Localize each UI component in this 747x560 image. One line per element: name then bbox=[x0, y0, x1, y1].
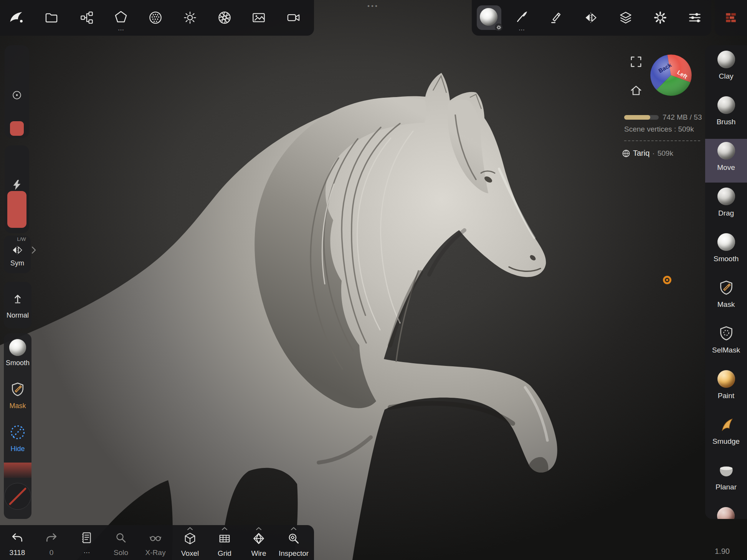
home-view-icon[interactable] bbox=[630, 84, 643, 97]
scene-vertices-value: 509k bbox=[678, 125, 694, 133]
chevron-right-icon[interactable] bbox=[31, 246, 36, 254]
top-menu-dots[interactable]: ••• bbox=[367, 2, 379, 10]
inspector-label: Inspector bbox=[279, 549, 309, 558]
solo-button[interactable]: Solo bbox=[109, 529, 132, 558]
bricks-icon[interactable] bbox=[724, 11, 737, 24]
move-sphere-icon bbox=[717, 142, 735, 160]
tool-smudge[interactable]: Smudge bbox=[705, 413, 747, 456]
quick-mask-button[interactable] bbox=[10, 382, 25, 397]
material-sphere-icon bbox=[480, 8, 497, 26]
tool-selmask[interactable]: SelMask bbox=[705, 321, 747, 365]
quick-smooth-label: Smooth bbox=[6, 359, 30, 367]
tool-paint-label: Paint bbox=[705, 392, 747, 400]
redo-icon[interactable] bbox=[45, 531, 58, 544]
tool-paint[interactable]: Paint bbox=[705, 367, 747, 411]
layers-icon[interactable] bbox=[619, 11, 633, 25]
lighting-sun-icon[interactable] bbox=[183, 11, 197, 25]
stamp-icon[interactable] bbox=[549, 11, 563, 25]
falloff-curve-button[interactable] bbox=[4, 483, 31, 510]
scene-object-row[interactable]: Tariq · 509k bbox=[622, 149, 673, 158]
grid-plane-icon bbox=[218, 532, 231, 545]
undo-icon[interactable] bbox=[11, 531, 24, 544]
material-gear-badge-icon bbox=[495, 23, 502, 31]
normal-arrow-icon bbox=[12, 292, 24, 305]
intensity-lightning-icon bbox=[11, 179, 23, 191]
voxel-cube-icon bbox=[183, 532, 197, 545]
mask-shield-icon bbox=[718, 280, 734, 296]
radius-slider-fill bbox=[10, 121, 24, 136]
grid-button[interactable]: Grid bbox=[211, 525, 238, 559]
brush-overflow-dots[interactable]: … bbox=[519, 25, 525, 32]
planar-flattop-icon bbox=[717, 461, 735, 479]
inspector-magnifier-icon bbox=[287, 532, 300, 545]
camera-video-icon[interactable] bbox=[287, 11, 301, 25]
settings-gear-icon[interactable] bbox=[653, 11, 667, 25]
xray-label: X-Ray bbox=[145, 548, 166, 557]
tool-planar[interactable]: Planar bbox=[705, 458, 747, 502]
info-divider bbox=[624, 140, 700, 141]
rad</span>ius-icon bbox=[11, 89, 23, 101]
memory-progress-fill bbox=[624, 115, 650, 120]
nomad-logo-icon[interactable] bbox=[8, 10, 25, 26]
caret-up-icon bbox=[290, 527, 297, 530]
sliders-tune-icon[interactable] bbox=[688, 11, 702, 25]
redo-count: 0 bbox=[50, 548, 54, 557]
inspector-button[interactable]: Inspector bbox=[277, 525, 310, 559]
fullscreen-icon[interactable] bbox=[630, 55, 643, 68]
object-separator: · bbox=[652, 149, 654, 158]
tools-shape-icon[interactable] bbox=[114, 10, 128, 24]
symmetry-icon bbox=[12, 244, 23, 256]
tool-brush[interactable]: Brush bbox=[705, 93, 747, 137]
tool-clay[interactable]: Clay bbox=[705, 48, 747, 91]
tool-drag[interactable]: Drag bbox=[705, 184, 747, 228]
brush-cursor-dot bbox=[663, 276, 671, 284]
history-pages-icon[interactable] bbox=[80, 531, 94, 545]
wire-button[interactable]: Wire bbox=[245, 525, 272, 559]
scrolled-tool-red-strip bbox=[4, 463, 31, 478]
quick-mask-label: Mask bbox=[9, 402, 26, 410]
wire-label: Wire bbox=[251, 549, 266, 558]
grid-label: Grid bbox=[218, 549, 231, 558]
caret-up-icon bbox=[187, 527, 193, 530]
caret-up-icon bbox=[221, 527, 228, 530]
tool-mask[interactable]: Mask bbox=[705, 276, 747, 320]
drag-sphere-icon bbox=[717, 188, 735, 205]
tools-overflow-dots[interactable]: … bbox=[118, 25, 124, 32]
intensity-slider-fill bbox=[7, 191, 26, 228]
postprocess-aperture-icon[interactable] bbox=[218, 11, 231, 25]
paint-sphere-icon bbox=[717, 370, 735, 388]
radius-slider[interactable] bbox=[5, 45, 29, 138]
tool-smooth-label: Smooth bbox=[705, 255, 747, 263]
xray-button[interactable]: X-Ray bbox=[142, 529, 169, 558]
partial-sphere-icon bbox=[717, 507, 735, 519]
voxel-label: Voxel bbox=[181, 549, 199, 558]
mesh-globe-icon bbox=[622, 149, 630, 158]
material-chip[interactable] bbox=[477, 5, 501, 30]
quick-hide-button[interactable] bbox=[9, 424, 26, 441]
tool-move-label: Move bbox=[705, 163, 747, 172]
stroke-mode-button[interactable] bbox=[4, 282, 31, 328]
brush-sphere-icon bbox=[717, 96, 735, 114]
voxel-button[interactable]: Voxel bbox=[177, 525, 203, 559]
files-folder-icon[interactable] bbox=[45, 11, 58, 25]
memory-progress-bar bbox=[624, 115, 659, 120]
background-image-icon[interactable] bbox=[252, 11, 266, 25]
tool-smooth[interactable]: Smooth bbox=[705, 230, 747, 274]
pages-overflow-dots: … bbox=[83, 547, 90, 555]
quick-smooth-button[interactable] bbox=[9, 339, 26, 356]
tool-partial[interactable] bbox=[717, 507, 735, 519]
tool-clay-label: Clay bbox=[705, 72, 747, 81]
paint-brush-icon[interactable] bbox=[515, 10, 529, 24]
caret-up-icon bbox=[255, 527, 262, 530]
smooth-sphere-icon bbox=[9, 339, 26, 356]
object-vertex-count: 509k bbox=[658, 149, 673, 158]
wireframe-gem-icon bbox=[252, 532, 265, 545]
mirror-symmetry-icon[interactable] bbox=[584, 11, 598, 25]
tool-move[interactable]: Move bbox=[705, 139, 747, 183]
scene-graph-icon[interactable] bbox=[80, 11, 94, 25]
intensity-slider[interactable] bbox=[5, 145, 29, 233]
scene-vertices-label: Scene vertices : bbox=[624, 125, 676, 133]
topology-sphere-icon[interactable] bbox=[149, 11, 162, 25]
solo-magnifier-icon bbox=[115, 532, 127, 544]
nav-cube[interactable]: Back Left bbox=[649, 54, 692, 97]
